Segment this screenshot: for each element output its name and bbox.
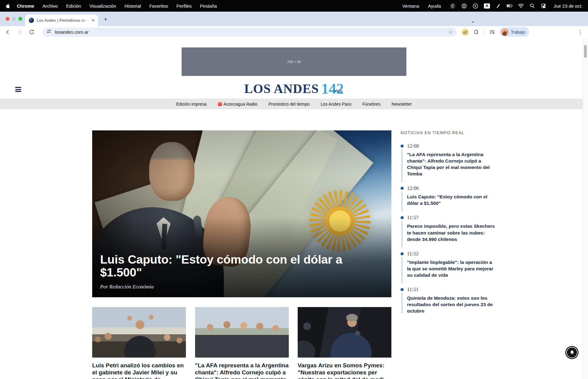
hero-byline: Por Redacción Económía [100,284,383,290]
forward-button[interactable] [16,29,23,36]
browser-toolbar: losandes.com.ar ☆ Trabajo ⋮ [0,26,588,38]
live-news-title: NOTICIAS EN TIEMPO REAL [401,130,496,135]
nav-newsletter[interactable]: Newsletter [392,102,412,107]
live-item-headline[interactable]: "La AFA representa a la Argentina chanta… [407,151,496,177]
ad-banner-placeholder: 728 × 90 [182,47,406,76]
nav-los-andes-pass[interactable]: Los Andes Pass [321,102,351,107]
page-scrollbar[interactable] [583,38,588,379]
battery-charging-icon[interactable] [507,3,513,9]
live-news-item[interactable]: 11:51 Quiniela de Mendoza: estos son los… [401,287,496,314]
live-news-item[interactable]: 11:52 "Implante lioplegable": la operaci… [401,251,496,278]
story-card[interactable]: Vargas Arizu en Somos Pymes: "Nuestras e… [298,307,391,379]
profile-name: Trabajo [511,30,525,35]
menu-historial[interactable]: Historial [124,3,141,9]
story-thumbnail [92,307,186,358]
profile-avatar [501,28,508,36]
story-card[interactable]: Luis Petri analizó los cambios en el gab… [92,307,186,379]
live-news-item[interactable]: 12:08 "La AFA representa a la Argentina … [401,143,496,177]
browser-menu-icon[interactable]: ⋮ [578,29,583,36]
toolbar-separator [484,29,484,35]
menu-chrome[interactable]: Chrome [17,3,34,9]
menu-ventana[interactable]: Ventana [402,3,419,9]
story-headline[interactable]: Luis Petri analizó los cambios en el gab… [92,362,186,379]
site-nav: Edición impresa Aconcagua Radio Pronósti… [0,99,588,109]
main-column: Luis Caputo: "Estoy cómodo con el dólar … [92,130,391,379]
wifi-icon[interactable] [518,3,524,9]
live-news-list: 12:08 "La AFA representa a la Argentina … [401,143,496,314]
tab-strip: Los Andes | Periodismo de ve ✕ + ⌄ [0,12,588,26]
logo-anos-label: AÑOS [334,90,343,93]
menu-pestana[interactable]: Pestaña [200,3,217,9]
live-item-headline[interactable]: Quiniela de Mendoza: estos son los resul… [407,295,496,314]
minimize-window-button[interactable] [12,17,16,21]
ad-size-label: 728 × 90 [287,60,301,64]
screen: Chrome Archivo Edición Visualización His… [0,0,588,379]
story-headline[interactable]: "La AFA representa a la Argentina chanta… [195,362,289,379]
browser-tab[interactable]: Los Andes | Periodismo de ve ✕ [25,15,98,26]
play-circle-icon[interactable] [473,3,479,9]
masthead: LOS ANDES 142AÑOS [0,82,588,95]
live-news-item[interactable]: 11:57 Parece imposible, pero estas Skech… [401,215,496,242]
tab-search-chevron-icon[interactable]: ⌄ [471,18,475,24]
window-controls [6,17,22,21]
notifications-bell-button[interactable] [565,346,579,359]
input-source-icon[interactable]: A [484,3,490,9]
spotlight-search-icon[interactable] [529,3,535,9]
story-thumbnail [298,307,391,358]
story-cards: Luis Petri analizó los cambios en el gab… [92,307,391,379]
live-item-time: 11:52 [407,251,496,257]
back-button[interactable] [4,29,11,36]
extension-pinned-icon[interactable] [462,29,468,35]
hero-headline[interactable]: Luis Caputo: "Estoy cómodo con el dólar … [100,253,383,279]
story-headline[interactable]: Vargas Arizu en Somos Pymes: "Nuestras e… [298,362,391,379]
nav-edicion-impresa[interactable]: Edición impresa [176,102,207,107]
story-card[interactable]: "La AFA representa a la Argentina chanta… [195,307,289,379]
url-text[interactable]: losandes.com.ar [55,29,445,35]
scrollbar-thumb[interactable] [584,45,587,58]
lens-circle-icon[interactable] [461,3,467,9]
globe-app-icon[interactable] [450,3,456,9]
live-item-headline[interactable]: Luis Caputo: "Estoy cómodo con el dólar … [407,193,496,206]
live-item-time: 11:51 [407,287,496,293]
control-center-icon[interactable] [541,3,547,9]
logo-anniversary: 142AÑOS [321,82,344,95]
reading-list-icon[interactable] [489,29,495,35]
url-bar[interactable]: losandes.com.ar ☆ [43,28,457,37]
los-andes-logo[interactable]: LOS ANDES 142AÑOS [244,82,344,95]
menu-favoritos[interactable]: Favoritos [149,3,168,9]
live-news-sidebar: NOTICIAS EN TIEMPO REAL 12:08 "La AFA re… [401,130,496,379]
tab-title: Los Andes | Periodismo de ve [37,18,90,23]
apple-icon[interactable] [5,3,10,9]
new-tab-button[interactable]: + [102,15,110,23]
live-item-time: 11:57 [407,215,496,221]
macos-menu-bar: Chrome Archivo Edición Visualización His… [0,0,588,12]
nav-funebres[interactable]: Fúnebres [362,102,380,107]
live-item-time: 12:06 [407,185,496,191]
extensions-puzzle-icon[interactable] [473,29,479,35]
reload-button[interactable] [28,29,35,36]
zoom-window-button[interactable] [18,17,22,21]
close-window-button[interactable] [6,17,9,21]
live-radio-dot-icon [218,102,222,106]
nav-pronostico[interactable]: Pronóstico del tiempo [268,102,310,107]
tab-close-icon[interactable]: ✕ [92,18,95,23]
profile-chip[interactable]: Trabajo [500,27,529,37]
live-item-headline[interactable]: Parece imposible, pero estas Skechers te… [407,223,496,242]
menu-archivo[interactable]: Archivo [43,3,58,9]
menu-ayuda[interactable]: Ayuda [428,3,441,9]
tab-favicon [29,18,34,23]
hero-caption: Luis Caputo: "Estoy cómodo con el dólar … [100,253,383,290]
menu-visualizacion[interactable]: Visualización [89,3,116,9]
site-settings-icon[interactable] [46,29,51,35]
logo-wordmark: LOS ANDES [244,82,319,95]
menu-perfiles[interactable]: Perfiles [176,3,192,9]
nav-aconcagua-radio[interactable]: Aconcagua Radio [218,102,258,107]
live-item-time: 12:08 [407,143,496,149]
bookmark-star-icon[interactable]: ☆ [448,29,453,35]
menubar-clock[interactable]: Jue 23 de oct. [554,3,582,9]
menu-edicion[interactable]: Edición [66,3,81,9]
live-item-headline[interactable]: "Implante lioplegable": la operación a l… [407,259,496,278]
pencil-icon[interactable] [495,3,501,9]
live-news-item[interactable]: 12:06 Luis Caputo: "Estoy cómodo con el … [401,185,496,206]
hero-article[interactable]: Luis Caputo: "Estoy cómodo con el dólar … [92,130,391,297]
